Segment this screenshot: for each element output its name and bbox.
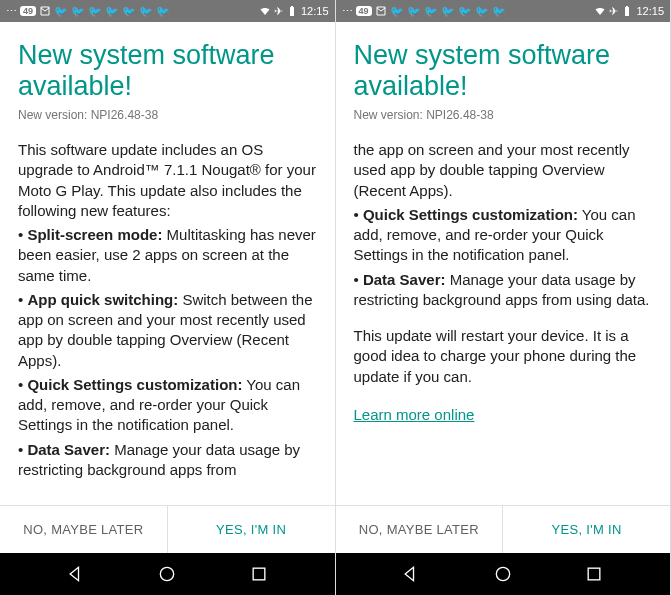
nav-bar: [0, 553, 335, 595]
feature-item: • App quick switching: Switch between th…: [18, 290, 317, 371]
nav-back-icon[interactable]: [66, 564, 86, 584]
phone-screen-right: ⋯ 49 🐦 🐦 🐦 🐦 🐦 🐦 🐦 ✈ 12:15 New system so…: [336, 0, 672, 595]
clock: 12:15: [636, 5, 664, 17]
update-dialog-content[interactable]: New system software available! New versi…: [336, 22, 671, 505]
svg-rect-7: [588, 568, 600, 580]
twitter-icon: 🐦: [390, 5, 404, 18]
dialog-body: This software update includes an OS upgr…: [18, 140, 317, 480]
version-label: New version: NPI26.48-38: [354, 108, 653, 122]
twitter-icon: 🐦: [139, 5, 153, 18]
twitter-icon: 🐦: [458, 5, 472, 18]
svg-rect-0: [290, 7, 294, 16]
more-icon: ⋯: [342, 5, 353, 18]
dialog-title: New system software available!: [18, 40, 317, 102]
status-bar: ⋯ 49 🐦 🐦 🐦 🐦 🐦 🐦 🐦 ✈ 12:15: [336, 0, 671, 22]
twitter-icon: 🐦: [54, 5, 68, 18]
feature-item: • Data Saver: Manage your data usage by …: [354, 270, 653, 311]
nav-home-icon[interactable]: [157, 564, 177, 584]
svg-rect-1: [291, 6, 293, 7]
twitter-icon: 🐦: [105, 5, 119, 18]
feature-continued: the app on screen and your most recently…: [354, 140, 653, 201]
twitter-icon: 🐦: [88, 5, 102, 18]
mail-icon: [39, 5, 51, 17]
dialog-body: the app on screen and your most recently…: [354, 140, 653, 425]
svg-rect-5: [626, 6, 628, 7]
accept-button[interactable]: YES, I'M IN: [168, 506, 335, 553]
twitter-icon: 🐦: [424, 5, 438, 18]
svg-point-6: [496, 567, 509, 580]
intro-text: This software update includes an OS upgr…: [18, 140, 317, 221]
dialog-title: New system software available!: [354, 40, 653, 102]
nav-recent-icon[interactable]: [584, 564, 604, 584]
battery-icon: [286, 5, 298, 17]
notification-badge: 49: [356, 6, 372, 16]
twitter-icon: 🐦: [492, 5, 506, 18]
twitter-icon: 🐦: [156, 5, 170, 18]
mail-icon: [375, 5, 387, 17]
svg-point-2: [161, 567, 174, 580]
nav-recent-icon[interactable]: [249, 564, 269, 584]
button-bar: NO, MAYBE LATER YES, I'M IN: [336, 505, 671, 553]
button-bar: NO, MAYBE LATER YES, I'M IN: [0, 505, 335, 553]
twitter-icon: 🐦: [71, 5, 85, 18]
nav-bar: [336, 553, 671, 595]
decline-button[interactable]: NO, MAYBE LATER: [336, 506, 504, 553]
phone-screen-left: ⋯ 49 🐦 🐦 🐦 🐦 🐦 🐦 🐦 ✈ 12:15 New system so…: [0, 0, 336, 595]
clock: 12:15: [301, 5, 329, 17]
more-icon: ⋯: [6, 5, 17, 18]
airplane-icon: ✈: [274, 5, 283, 18]
wifi-icon: [594, 5, 606, 17]
twitter-icon: 🐦: [475, 5, 489, 18]
nav-back-icon[interactable]: [401, 564, 421, 584]
airplane-icon: ✈: [609, 5, 618, 18]
feature-item: • Quick Settings customization: You can …: [18, 375, 317, 436]
outro-text: This update will restart your device. It…: [354, 326, 653, 387]
twitter-icon: 🐦: [441, 5, 455, 18]
svg-rect-4: [625, 7, 629, 16]
decline-button[interactable]: NO, MAYBE LATER: [0, 506, 168, 553]
twitter-icon: 🐦: [122, 5, 136, 18]
battery-icon: [621, 5, 633, 17]
status-bar: ⋯ 49 🐦 🐦 🐦 🐦 🐦 🐦 🐦 ✈ 12:15: [0, 0, 335, 22]
feature-item: • Data Saver: Manage your data usage by …: [18, 440, 317, 481]
svg-rect-3: [253, 568, 265, 580]
learn-more-link[interactable]: Learn more online: [354, 405, 475, 425]
version-label: New version: NPI26.48-38: [18, 108, 317, 122]
nav-home-icon[interactable]: [493, 564, 513, 584]
update-dialog-content[interactable]: New system software available! New versi…: [0, 22, 335, 505]
notification-badge: 49: [20, 6, 36, 16]
twitter-icon: 🐦: [407, 5, 421, 18]
feature-item: • Quick Settings customization: You can …: [354, 205, 653, 266]
feature-item: • Split-screen mode: Multitasking has ne…: [18, 225, 317, 286]
accept-button[interactable]: YES, I'M IN: [503, 506, 670, 553]
wifi-icon: [259, 5, 271, 17]
